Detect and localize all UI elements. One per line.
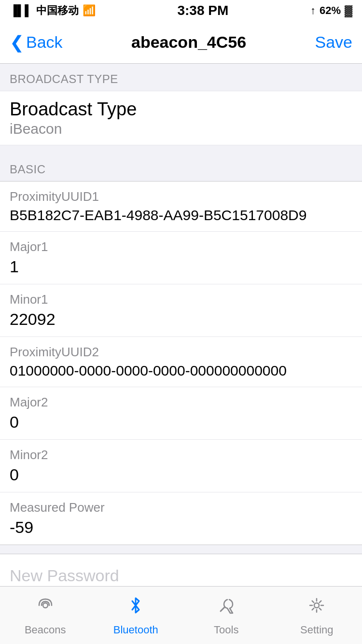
field-label-measured-power: Measured Power bbox=[10, 500, 352, 515]
tab-tools[interactable]: Tools bbox=[181, 595, 272, 636]
spacer-2 bbox=[0, 545, 362, 554]
tab-beacons[interactable]: Beacons bbox=[0, 595, 91, 636]
wifi-icon: 📶 bbox=[83, 4, 96, 17]
field-label-major2: Major2 bbox=[10, 395, 352, 410]
signal-icon: ▐▌▌ bbox=[10, 4, 32, 17]
battery-icon: ▓ bbox=[345, 4, 352, 17]
broadcast-type-title: Broadcast Type bbox=[10, 99, 352, 120]
beacons-icon bbox=[35, 595, 56, 621]
tab-bluetooth[interactable]: Bluetooth bbox=[91, 595, 181, 636]
nav-bar: ❮ Back abeacon_4C56 Save bbox=[0, 21, 362, 64]
field-measured-power[interactable]: Measured Power -59 bbox=[0, 492, 362, 545]
field-proximity-uuid1[interactable]: ProximityUUID1 B5B182C7-EAB1-4988-AA99-B… bbox=[0, 182, 362, 232]
field-value-measured-power: -59 bbox=[10, 518, 352, 537]
field-proximity-uuid2[interactable]: ProximityUUID2 01000000-0000-0000-0000-0… bbox=[0, 337, 362, 387]
bluetooth-icon bbox=[125, 595, 146, 621]
svg-point-1 bbox=[314, 603, 319, 608]
broadcast-section-header: BROADCAST TYPE bbox=[0, 64, 362, 91]
tab-setting[interactable]: Setting bbox=[272, 595, 362, 636]
tab-tools-label: Tools bbox=[214, 624, 238, 636]
tab-setting-label: Setting bbox=[300, 624, 334, 636]
field-major1[interactable]: Major1 1 bbox=[0, 232, 362, 284]
field-minor2[interactable]: Minor2 0 bbox=[0, 440, 362, 492]
field-major2[interactable]: Major2 0 bbox=[0, 387, 362, 440]
password-placeholder: New Password bbox=[10, 566, 352, 585]
status-left: ▐▌▌ 中国移动 📶 bbox=[10, 3, 96, 18]
broadcast-type-item[interactable]: Broadcast Type iBeacon bbox=[0, 91, 362, 145]
field-label-minor1: Minor1 bbox=[10, 292, 352, 307]
status-bar: ▐▌▌ 中国移动 📶 3:38 PM ↑ 62% ▓ bbox=[0, 0, 362, 21]
status-time: 3:38 PM bbox=[177, 3, 228, 18]
basic-section-header: BASIC bbox=[0, 154, 362, 181]
field-value-proximity-uuid2: 01000000-0000-0000-0000-000000000000 bbox=[10, 363, 352, 379]
tab-beacons-label: Beacons bbox=[25, 624, 66, 636]
basic-fields-group: ProximityUUID1 B5B182C7-EAB1-4988-AA99-B… bbox=[0, 181, 362, 545]
tab-bluetooth-label: Bluetooth bbox=[113, 624, 158, 636]
tools-icon bbox=[216, 595, 237, 621]
chevron-left-icon: ❮ bbox=[10, 32, 24, 53]
field-label-proximity-uuid1: ProximityUUID1 bbox=[10, 189, 352, 204]
back-button[interactable]: ❮ Back bbox=[10, 32, 63, 53]
carrier-label: 中国移动 bbox=[36, 3, 79, 18]
field-value-minor1: 22092 bbox=[10, 310, 352, 329]
battery-label: 62% bbox=[320, 4, 341, 17]
field-value-major1: 1 bbox=[10, 257, 352, 276]
content-scroll: BROADCAST TYPE Broadcast Type iBeacon BA… bbox=[0, 64, 362, 644]
svg-point-0 bbox=[43, 603, 48, 608]
gear-icon bbox=[306, 595, 327, 621]
page-title: abeacon_4C56 bbox=[131, 33, 246, 52]
tab-bar: Beacons Bluetooth Tools Setting bbox=[0, 586, 362, 644]
field-label-major1: Major1 bbox=[10, 239, 352, 254]
field-label-proximity-uuid2: ProximityUUID2 bbox=[10, 345, 352, 360]
save-button[interactable]: Save bbox=[315, 33, 352, 52]
field-value-major2: 0 bbox=[10, 413, 352, 432]
field-label-minor2: Minor2 bbox=[10, 448, 352, 462]
field-minor1[interactable]: Minor1 22092 bbox=[0, 284, 362, 337]
back-label: Back bbox=[26, 33, 63, 52]
field-value-minor2: 0 bbox=[10, 465, 352, 484]
field-value-proximity-uuid1: B5B182C7-EAB1-4988-AA99-B5C1517008D9 bbox=[10, 207, 352, 224]
status-right: ↑ 62% ▓ bbox=[310, 4, 352, 17]
broadcast-type-subtitle: iBeacon bbox=[10, 121, 352, 137]
spacer-1 bbox=[0, 145, 362, 154]
location-icon: ↑ bbox=[310, 4, 316, 17]
